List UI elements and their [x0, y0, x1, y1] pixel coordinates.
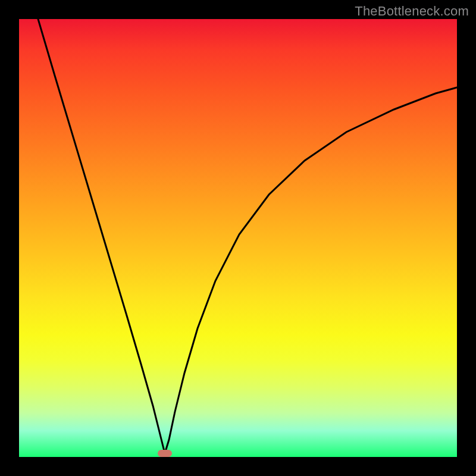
- watermark-text: TheBottleneck.com: [355, 4, 469, 19]
- optimum-marker: [158, 450, 172, 457]
- bottleneck-curve: [38, 19, 457, 453]
- chart-frame: TheBottleneck.com: [0, 0, 476, 476]
- curve-svg: [19, 19, 457, 457]
- plot-area: [19, 19, 457, 457]
